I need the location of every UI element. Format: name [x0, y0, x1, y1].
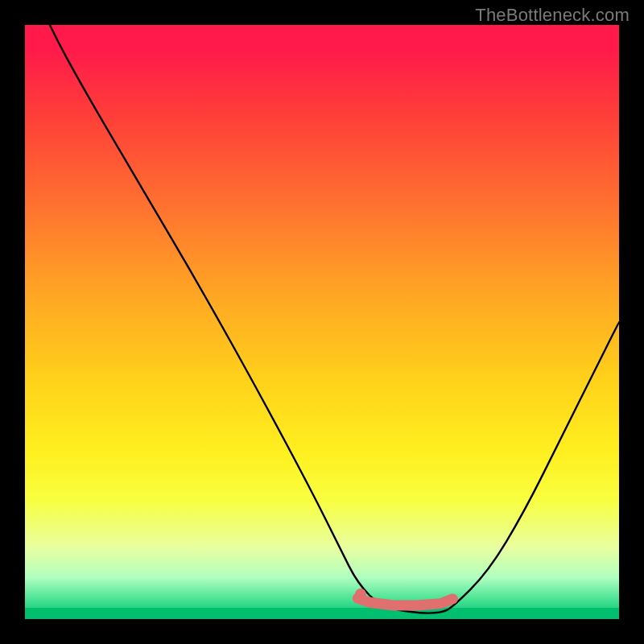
- chart-svg: [25, 25, 619, 619]
- highlight-dot: [355, 588, 366, 600]
- chart-frame: TheBottleneck.com: [0, 0, 644, 644]
- plot-area: [25, 25, 619, 619]
- watermark-text: TheBottleneck.com: [475, 5, 630, 26]
- curve-line: [25, 25, 619, 613]
- highlight-segment: [357, 598, 452, 605]
